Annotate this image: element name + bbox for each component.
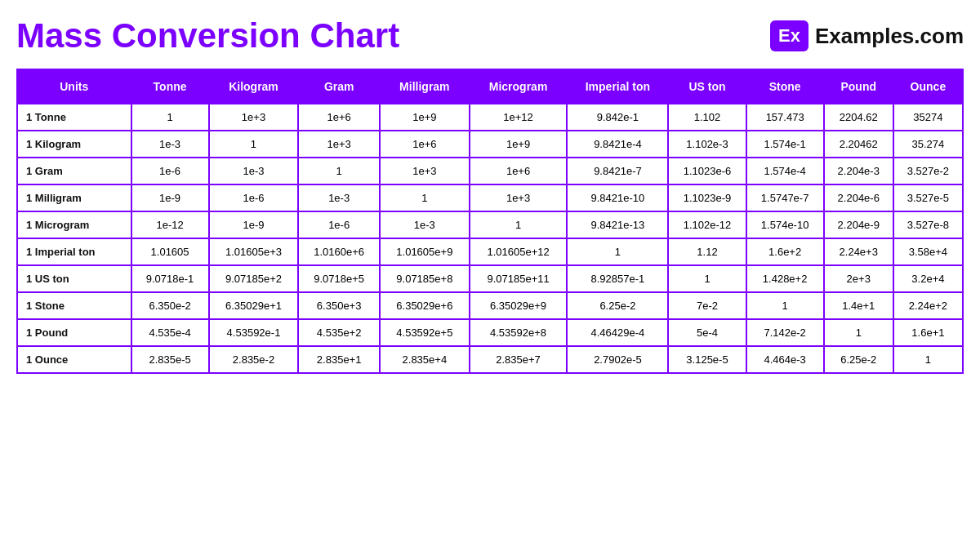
cell-value: 1 [893, 346, 963, 373]
cell-value: 1e-3 [209, 158, 299, 184]
cell-value: 9.07185e+11 [470, 265, 568, 292]
cell-value: 1.6e+1 [893, 319, 963, 346]
row-unit-label: 1 Pound [17, 319, 131, 346]
cell-value: 2.835e-2 [209, 346, 299, 373]
cell-value: 35.274 [893, 131, 963, 158]
cell-value: 1.102e-12 [668, 211, 746, 238]
cell-value: 9.0718e-1 [131, 265, 209, 292]
cell-value: 3.527e-5 [893, 184, 963, 211]
cell-value: 1 [298, 158, 380, 184]
col-header-ounce: Ounce [893, 69, 963, 104]
row-unit-label: 1 Stone [17, 292, 131, 319]
cell-value: 1e+9 [380, 104, 470, 131]
cell-value: 4.46429e-4 [567, 319, 668, 346]
cell-value: 1 [567, 238, 668, 265]
cell-value: 1e-3 [298, 184, 380, 211]
cell-value: 1.01605e+3 [209, 238, 299, 265]
cell-value: 1 [380, 184, 470, 211]
cell-value: 9.842e-1 [567, 104, 668, 131]
cell-value: 1e+9 [470, 131, 568, 158]
cell-value: 3.125e-5 [668, 346, 746, 373]
cell-value: 7e-2 [668, 292, 746, 319]
logo-badge: Ex [770, 20, 808, 51]
cell-value: 1e+3 [380, 158, 470, 184]
cell-value: 2.24e+3 [824, 238, 893, 265]
cell-value: 1e+12 [470, 104, 568, 131]
table-row: 1 Pound4.535e-44.53592e-14.535e+24.53592… [17, 319, 963, 346]
cell-value: 2.835e-5 [131, 346, 209, 373]
col-header-tonne: Tonne [131, 69, 209, 104]
cell-value: 6.350e+3 [298, 292, 380, 319]
cell-value: 6.35029e+1 [209, 292, 299, 319]
cell-value: 8.92857e-1 [567, 265, 668, 292]
table-row: 1 Stone6.350e-26.35029e+16.350e+36.35029… [17, 292, 963, 319]
cell-value: 9.0718e+5 [298, 265, 380, 292]
cell-value: 1.01605e+12 [470, 238, 568, 265]
cell-value: 1.102 [668, 104, 746, 131]
conversion-table: UnitsTonneKilogramGramMilligramMicrogram… [16, 69, 964, 374]
cell-value: 6.35029e+6 [380, 292, 470, 319]
cell-value: 1e-6 [298, 211, 380, 238]
cell-value: 9.8421e-10 [567, 184, 668, 211]
col-header-kilogram: Kilogram [209, 69, 299, 104]
cell-value: 1 [668, 265, 746, 292]
cell-value: 1 [470, 211, 568, 238]
row-unit-label: 1 US ton [17, 265, 131, 292]
cell-value: 1e-9 [209, 211, 299, 238]
cell-value: 2.835e+7 [470, 346, 568, 373]
table-row: 1 Imperial ton1.016051.01605e+31.0160e+6… [17, 238, 963, 265]
cell-value: 1e+3 [209, 104, 299, 131]
cell-value: 1e-3 [380, 211, 470, 238]
col-header-imperial-ton: Imperial ton [567, 69, 668, 104]
cell-value: 1e+6 [470, 158, 568, 184]
logo: Ex Examples.com [770, 20, 964, 51]
cell-value: 4.53592e+5 [380, 319, 470, 346]
table-row: 1 Milligram1e-91e-61e-311e+39.8421e-101.… [17, 184, 963, 211]
cell-value: 6.350e-2 [131, 292, 209, 319]
cell-value: 1.1023e-6 [668, 158, 746, 184]
table-row: 1 Kilogram1e-311e+31e+61e+99.8421e-41.10… [17, 131, 963, 158]
cell-value: 2e+3 [824, 265, 893, 292]
row-unit-label: 1 Tonne [17, 104, 131, 131]
cell-value: 1.6e+2 [746, 238, 824, 265]
page-title: Mass Conversion Chart [16, 16, 399, 56]
cell-value: 35274 [893, 104, 963, 131]
cell-value: 9.8421e-4 [567, 131, 668, 158]
row-unit-label: 1 Kilogram [17, 131, 131, 158]
cell-value: 2.24e+2 [893, 292, 963, 319]
cell-value: 1e-12 [131, 211, 209, 238]
cell-value: 1 [131, 104, 209, 131]
cell-value: 3.527e-8 [893, 211, 963, 238]
cell-value: 9.8421e-7 [567, 158, 668, 184]
cell-value: 3.2e+4 [893, 265, 963, 292]
col-header-units: Units [17, 69, 131, 104]
cell-value: 1.574e-10 [746, 211, 824, 238]
cell-value: 9.07185e+8 [380, 265, 470, 292]
table-row: 1 Tonne11e+31e+61e+91e+129.842e-11.10215… [17, 104, 963, 131]
cell-value: 2.204e-9 [824, 211, 893, 238]
table-row: 1 Ounce2.835e-52.835e-22.835e+12.835e+42… [17, 346, 963, 373]
cell-value: 9.8421e-13 [567, 211, 668, 238]
cell-value: 1.4e+1 [824, 292, 893, 319]
cell-value: 1 [209, 131, 299, 158]
cell-value: 1.12 [668, 238, 746, 265]
cell-value: 1e+3 [298, 131, 380, 158]
row-unit-label: 1 Imperial ton [17, 238, 131, 265]
col-header-stone: Stone [746, 69, 824, 104]
cell-value: 4.535e-4 [131, 319, 209, 346]
cell-value: 1.574e-4 [746, 158, 824, 184]
cell-value: 157.473 [746, 104, 824, 131]
page-header: Mass Conversion Chart Ex Examples.com [16, 16, 964, 56]
row-unit-label: 1 Milligram [17, 184, 131, 211]
cell-value: 2.7902e-5 [567, 346, 668, 373]
row-unit-label: 1 Microgram [17, 211, 131, 238]
cell-value: 1 [824, 319, 893, 346]
cell-value: 1e-9 [131, 184, 209, 211]
col-header-us-ton: US ton [668, 69, 746, 104]
row-unit-label: 1 Ounce [17, 346, 131, 373]
cell-value: 4.464e-3 [746, 346, 824, 373]
cell-value: 1e-6 [209, 184, 299, 211]
cell-value: 1 [746, 292, 824, 319]
cell-value: 1.01605 [131, 238, 209, 265]
cell-value: 9.07185e+2 [209, 265, 299, 292]
